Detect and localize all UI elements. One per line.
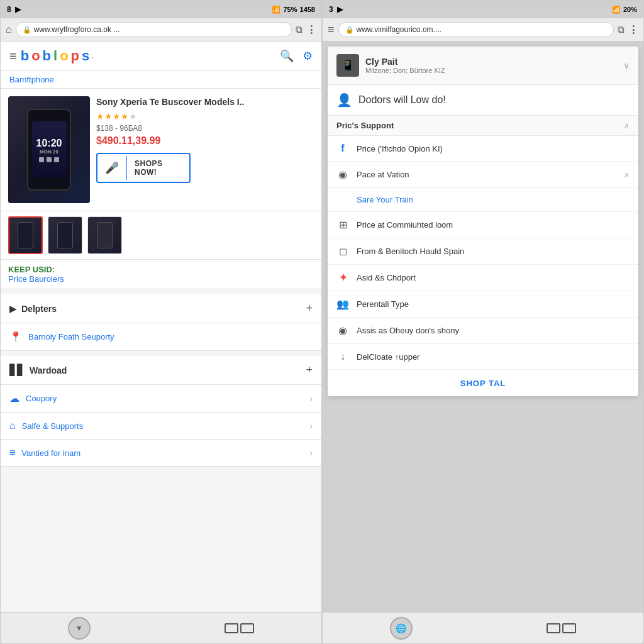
menu-item-checkin[interactable]: ✦ Asid &s Chdport (328, 265, 638, 291)
camera2-icon: ◉ (336, 325, 349, 336)
price-range: $138 - 96БА8 (96, 124, 314, 133)
menu-item-people[interactable]: 👥 Perentali Type (328, 291, 638, 318)
left-url-bar[interactable]: 🔒 www.wrylfrogforo.ca.ok ... (16, 22, 292, 37)
keep-used-subtitle: Price Baurolers (8, 274, 314, 284)
camera-item-text: From & Benitoch Hauld Spain (357, 247, 464, 256)
shop-now-label: SHOPS NOW! (127, 154, 189, 182)
profile-info: Cly Pait Milzone; Don; Bürtore KIZ (365, 57, 617, 74)
menu-item-instagram[interactable]: ◉ Pace at Vation ∧ (328, 162, 638, 188)
section-title: Pric's Suppont (336, 121, 394, 130)
breadcrumb-text: Barriftphone (9, 75, 54, 84)
chevron-right-icon-3: › (309, 448, 313, 458)
coupory-text: Coupory (26, 394, 57, 403)
download-icon: ↓ (336, 351, 349, 362)
right-menu-dots[interactable]: ⋮ (628, 24, 638, 36)
left-time: 8 (7, 5, 11, 14)
right-lock-icon: 🔒 (345, 26, 354, 34)
tab-switcher-icon[interactable]: ⧉ (296, 24, 303, 35)
right-battery: 20% (623, 6, 637, 13)
profile-section[interactable]: 📱 Cly Pait Milzone; Don; Bürtore KIZ ∨ (328, 47, 638, 85)
wardoad-section[interactable]: ▋▋ Wardoad + (1, 356, 321, 385)
microphone-icon: 🎤 (97, 156, 127, 180)
menu-item-camera2[interactable]: ◉ Assis as Oheuy don's shony (328, 318, 638, 344)
menu-item-grid[interactable]: ⊞ Price at Commiuhted loom (328, 212, 638, 238)
delpters-label: Delpters (21, 304, 57, 314)
pric-suppont-header[interactable]: Pric's Suppont ∧ (328, 116, 638, 136)
download-item-text: DelCloate ↑upper (357, 352, 419, 362)
grid-item-text: Price at Commiuhted loom (357, 220, 453, 230)
modal-card: 📱 Cly Pait Milzone; Don; Bürtore KIZ ∨ 👤… (328, 47, 638, 396)
wardoad-icon: ▋▋ (9, 364, 25, 376)
shop-now-button[interactable]: 🎤 SHOPS NOW! (96, 153, 191, 183)
keep-used-section: KEEP USID: Price Baurolers (1, 260, 321, 289)
breadcrumb: Barriftphone (1, 71, 321, 89)
list-icon: ≡ (9, 447, 15, 458)
salfe-text: Salfe & Supports (22, 421, 84, 431)
left-battery: 75% (283, 6, 297, 13)
section-chevron-up-icon: ∧ (624, 121, 630, 130)
left-status-bar: 8 ▶ 📶 75% 1458 (1, 1, 321, 18)
sare-your-train-text: Sare Your Train (357, 195, 413, 204)
settings-icon[interactable]: ⚙ (303, 49, 313, 63)
instagram-chevron-icon: ∧ (624, 170, 630, 179)
right-notification-icon: ▶ (337, 5, 343, 14)
people-item-text: Perentali Type (357, 299, 409, 309)
checkin-icon: ✦ (336, 272, 349, 284)
search-icon[interactable]: 🔍 (280, 49, 294, 63)
user-icon: 👤 (336, 92, 352, 108)
salfe-link[interactable]: ⌂ Salfe & Supports › (1, 413, 321, 440)
lock-icon: 🔒 (23, 26, 31, 34)
home-icon[interactable]: ⌂ (6, 24, 12, 35)
home-nav-icon: ⌂ (9, 420, 16, 431)
wardoad-label: Wardoad (30, 365, 67, 375)
profile-chevron-icon: ∨ (623, 60, 630, 70)
chevron-right-icon-2: › (309, 421, 313, 431)
phone-image: 10:20 MON 20 (27, 109, 71, 191)
right-signal-icon: 📶 (612, 6, 621, 14)
left-bottom-nav: ▼ (1, 612, 321, 643)
delpters-section[interactable]: ▶ Delpters + (1, 294, 321, 323)
wardoad-plus-icon[interactable]: + (306, 364, 313, 377)
product-thumbnails (1, 211, 321, 260)
profile-avatar: 📱 (336, 54, 359, 77)
right-tab-icon[interactable]: ⧉ (618, 24, 625, 35)
location-section[interactable]: 📍 Barnoly Foath Seuporty (1, 323, 321, 351)
instagram-icon: ◉ (336, 169, 349, 180)
hamburger-menu-icon[interactable]: ≡ (9, 49, 17, 64)
menu-item-facebook[interactable]: f Price ('Ifichdo Opion KI) (328, 136, 638, 162)
product-info: Sony Xperia Te Buscover Models I.. ★★★★★… (96, 96, 314, 203)
right-url-bar[interactable]: 🔒 www.vimilfagourico.om.... (338, 22, 614, 37)
browser-nav-button[interactable]: ▼ (68, 617, 91, 640)
delpters-icon: ▶ (9, 304, 16, 314)
right-hamburger-icon[interactable]: ≡ (328, 23, 335, 36)
product-stars: ★★★★★ (96, 111, 314, 121)
location-icon: 📍 (9, 331, 22, 343)
thumbnail-3[interactable] (87, 216, 122, 254)
browser-menu-icon[interactable]: ⋮ (306, 24, 316, 36)
cloud-icon: ☁ (9, 392, 19, 404)
vantied-link[interactable]: ≡ Vantied for inam › (1, 440, 321, 467)
shop-header: ≡ boblops. 🔍 ⚙ (1, 42, 321, 71)
chevron-right-icon: › (309, 394, 313, 404)
price-main: $490.11,39.99 (96, 135, 314, 147)
left-phone-panel: 8 ▶ 📶 75% 1458 ⌂ 🔒 www.wrylfrogforo.ca.o… (0, 0, 322, 644)
right-status-bar: 3 ▶ 📶 20% (323, 1, 643, 18)
product-area: 10:20 MON 20 Sony Xperia Te Buscover Mod… (1, 89, 321, 211)
right-browser-bar: ≡ 🔒 www.vimilfagourico.om.... ⧉ ⋮ (323, 18, 643, 42)
grid-icon: ⊞ (336, 219, 349, 231)
phone-screen: 10:20 MON 20 (32, 121, 67, 178)
delpters-plus-icon[interactable]: + (306, 302, 313, 315)
coupory-link[interactable]: ☁ Coupory › (1, 385, 321, 413)
right-tab-switcher[interactable] (547, 623, 576, 633)
right-browser-nav[interactable]: 🌐 (390, 617, 413, 640)
thumbnail-2[interactable] (48, 216, 82, 254)
thumbnail-1[interactable] (8, 216, 43, 254)
shop-tal-button[interactable]: SHOP TAL (460, 379, 506, 388)
keep-used-title: KEEP USID: (8, 265, 314, 274)
menu-item-download[interactable]: ↓ DelCloate ↑upper (328, 344, 638, 370)
menu-item-camera[interactable]: ◻ From & Benitoch Hauld Spain (328, 238, 638, 265)
user-greeting-section: 👤 Dodors will Low do! (328, 85, 638, 116)
sare-your-train-item[interactable]: Sare Your Train (328, 188, 638, 212)
tab-switcher-button[interactable] (225, 623, 254, 633)
right-time: 3 (329, 5, 333, 14)
